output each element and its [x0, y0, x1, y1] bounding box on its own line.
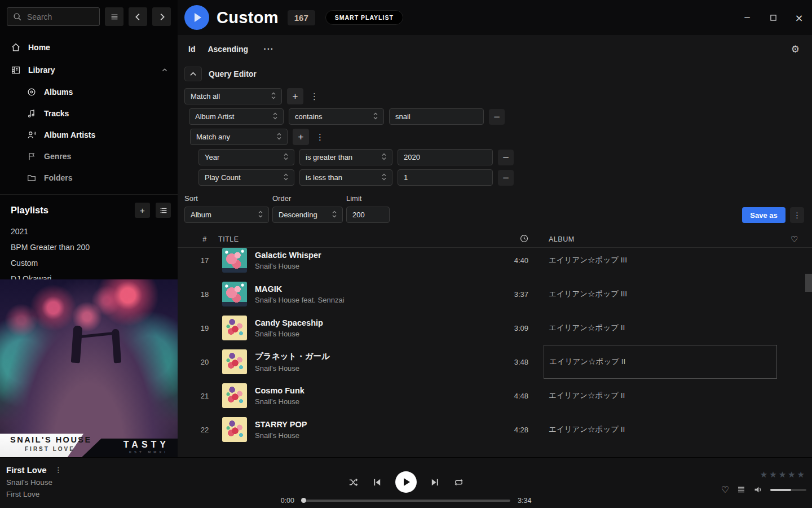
queue-icon[interactable]: [736, 485, 746, 494]
star-icon[interactable]: ★: [779, 470, 786, 480]
query-editor-title: Query Editor: [209, 69, 257, 78]
sidebar-item-genres[interactable]: Genres: [27, 146, 178, 167]
limit-input[interactable]: [346, 207, 390, 223]
track-album-cell[interactable]: エイリアン☆ポップ II: [544, 413, 777, 446]
rule-value-input[interactable]: [389, 108, 484, 125]
collapse-query-editor-button[interactable]: [184, 67, 202, 81]
star-icon[interactable]: ★: [760, 470, 767, 480]
sidebar-item-label: Album Artists: [44, 130, 95, 139]
star-icon[interactable]: ★: [797, 470, 805, 480]
table-row[interactable]: 22 STARRY POP Snail's House 4:28 エイリアン☆ポ…: [178, 413, 812, 446]
sort-field-button[interactable]: Id: [188, 45, 195, 54]
chevron-up-icon[interactable]: [160, 65, 170, 75]
sidebar-item-folders[interactable]: Folders: [27, 167, 178, 189]
rule-value-input[interactable]: [398, 169, 493, 186]
remove-rule-button[interactable]: −: [498, 170, 514, 186]
volume-slider[interactable]: [770, 489, 806, 491]
track-duration: 4:28: [486, 426, 531, 434]
save-as-button[interactable]: Save as: [742, 207, 785, 223]
track-album-cell[interactable]: エイリアン☆ポップ II: [544, 345, 777, 379]
close-button[interactable]: ×: [795, 13, 804, 22]
add-rule-button[interactable]: +: [287, 88, 303, 104]
star-icon[interactable]: ★: [788, 470, 795, 480]
menu-button[interactable]: [105, 7, 123, 26]
sort-direction-button[interactable]: Ascending: [208, 45, 248, 54]
previous-button[interactable]: [372, 477, 382, 488]
playlist-item[interactable]: BPM Greater than 200: [11, 239, 171, 255]
order-select[interactable]: Descending: [272, 207, 343, 223]
rule-field-select[interactable]: Year: [198, 149, 294, 165]
sidebar-item-albums[interactable]: Albums: [27, 81, 178, 103]
album-art-thumbnail: [222, 282, 247, 306]
table-row[interactable]: 20 プラネット・ガール Snail's House 3:48 エイリアン☆ポッ…: [178, 345, 812, 379]
playlist-item[interactable]: Custom: [11, 255, 171, 271]
nav-back-button[interactable]: [129, 7, 147, 26]
save-menu-icon[interactable]: ⋮: [790, 207, 804, 223]
track-title: STARRY POP: [255, 420, 480, 429]
track-duration: 3:48: [486, 358, 531, 366]
column-album[interactable]: ALBUM: [544, 235, 777, 243]
add-playlist-button[interactable]: +: [135, 203, 150, 218]
rule-operator-select[interactable]: is less than: [299, 169, 392, 186]
sidebar-item-library[interactable]: Library: [0, 59, 178, 81]
more-options-icon[interactable]: •••: [264, 46, 274, 52]
album-art-thumbnail: [222, 349, 247, 374]
track-album-cell[interactable]: エイリアン☆ポップ II: [544, 379, 777, 413]
match-type-select[interactable]: Match any: [190, 129, 288, 145]
select-arrows-icon: [382, 173, 386, 182]
table-row[interactable]: 21 Cosmo Funk Snail's House 4:48 エイリアン☆ポ…: [178, 379, 812, 413]
now-playing-menu-icon[interactable]: ⋮: [55, 466, 62, 474]
rule-operator-select[interactable]: is greater than: [299, 149, 392, 165]
table-row[interactable]: 19 Candy Spaceship Snail's House 3:09 エイ…: [178, 311, 812, 345]
track-album-cell[interactable]: エイリアン☆ポップ III: [544, 248, 777, 277]
favorite-heart-icon[interactable]: ♡: [721, 484, 729, 495]
repeat-button[interactable]: [453, 477, 464, 488]
sort-select[interactable]: Album: [184, 207, 269, 223]
track-album-cell[interactable]: エイリアン☆ポップ II: [544, 311, 777, 345]
clock-icon[interactable]: [520, 234, 531, 244]
home-icon: [11, 42, 21, 52]
play-pause-button[interactable]: [395, 471, 417, 493]
star-icon[interactable]: ★: [769, 470, 776, 480]
maximize-button[interactable]: [769, 13, 778, 22]
rule-field-select[interactable]: Play Count: [198, 169, 294, 186]
select-arrows-icon: [382, 153, 386, 162]
track-album-cell[interactable]: エイリアン☆ポップ III: [544, 277, 777, 311]
table-row[interactable]: 17 Galactic Whisper Snail's House 4:40 エ…: [178, 248, 812, 277]
playlist-item[interactable]: 2021: [11, 224, 171, 239]
play-playlist-button[interactable]: [184, 5, 209, 30]
group-menu-icon[interactable]: ⋮: [314, 132, 326, 142]
seek-bar[interactable]: [302, 500, 510, 502]
next-button[interactable]: [430, 477, 440, 488]
minimize-button[interactable]: −: [743, 13, 752, 22]
seek-handle[interactable]: [301, 498, 306, 503]
nav-forward-button[interactable]: [152, 7, 171, 26]
heart-column-icon[interactable]: ♡: [791, 234, 798, 244]
play-icon: [404, 478, 410, 486]
table-header: # TITLE ALBUM ♡: [178, 231, 812, 248]
track-title: Candy Spaceship: [255, 318, 480, 327]
track-number: 19: [191, 324, 218, 332]
volume-icon[interactable]: [753, 485, 763, 494]
sidebar-item-tracks[interactable]: Tracks: [27, 103, 178, 124]
group-menu-icon[interactable]: ⋮: [308, 91, 320, 102]
remove-rule-button[interactable]: −: [489, 109, 505, 125]
column-number[interactable]: #: [191, 235, 218, 243]
search-input[interactable]: [27, 12, 89, 21]
shuffle-button[interactable]: [348, 477, 359, 488]
gear-icon[interactable]: ⚙: [791, 43, 800, 55]
page-title: Custom: [217, 8, 279, 27]
sidebar-item-home[interactable]: Home: [0, 36, 178, 59]
table-row[interactable]: 18 MAGIK Snail's House feat. Sennzai 3:3…: [178, 277, 812, 311]
rule-value-input[interactable]: [398, 149, 493, 165]
column-title[interactable]: TITLE: [218, 235, 486, 243]
playlist-list-button[interactable]: [156, 203, 171, 218]
scrollbar-thumb[interactable]: [805, 274, 812, 292]
search-box[interactable]: [7, 7, 100, 26]
remove-rule-button[interactable]: −: [498, 150, 514, 165]
sidebar-item-album-artists[interactable]: Album Artists: [27, 124, 178, 146]
match-type-select[interactable]: Match all: [184, 88, 282, 104]
rule-operator-select[interactable]: contains: [289, 108, 384, 125]
add-rule-button[interactable]: +: [293, 129, 309, 145]
rule-field-select[interactable]: Album Artist: [189, 108, 284, 125]
